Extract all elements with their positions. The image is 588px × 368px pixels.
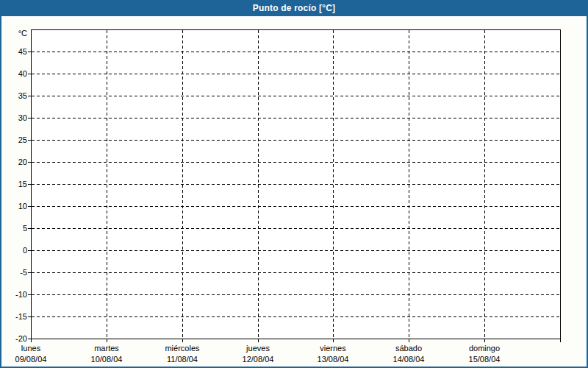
x-gridline <box>107 30 107 338</box>
y-tick-label: 15 <box>1 179 27 189</box>
day-date: 12/08/04 <box>218 354 298 365</box>
y-tick <box>28 140 31 141</box>
day-name: miércoles <box>142 343 223 354</box>
x-tick <box>484 339 485 342</box>
y-tick <box>28 272 31 273</box>
y-tick <box>28 250 31 251</box>
x-day-label: martes10/08/04 <box>66 343 147 365</box>
y-tick <box>28 162 31 163</box>
x-day-label: jueves12/08/04 <box>218 343 298 365</box>
y-axis-unit-label: °C <box>1 28 27 38</box>
y-tick-label: 0 <box>1 245 27 255</box>
x-tick <box>258 339 259 342</box>
x-gridline <box>409 30 409 338</box>
y-gridline <box>32 162 559 163</box>
x-gridline <box>182 30 183 338</box>
y-gridline <box>32 96 559 96</box>
y-tick-label: -15 <box>1 311 27 322</box>
y-tick <box>28 316 31 317</box>
x-tick <box>409 339 409 342</box>
y-tick-label: -5 <box>1 267 27 277</box>
day-name: viernes <box>293 343 373 354</box>
x-day-label: lunes09/08/04 <box>0 343 71 365</box>
x-tick <box>31 339 32 342</box>
x-tick <box>560 339 561 342</box>
y-tick <box>28 74 31 74</box>
x-day-label: miércoles11/08/04 <box>142 343 223 365</box>
y-gridline <box>32 228 559 229</box>
y-tick-label: 5 <box>1 223 27 233</box>
y-tick-label: -10 <box>1 289 27 300</box>
y-gridline <box>32 294 559 295</box>
day-name: sábado <box>368 343 449 354</box>
y-tick <box>28 228 31 229</box>
chart-title: Punto de rocío [°C] <box>253 3 336 13</box>
y-tick <box>28 96 31 96</box>
day-date: 10/08/04 <box>66 354 147 365</box>
y-gridline <box>32 74 559 74</box>
x-gridline <box>333 30 334 338</box>
chart-title-bar: Punto de rocío [°C] <box>0 0 588 16</box>
y-gridline <box>32 52 559 52</box>
y-tick-label: 10 <box>1 201 27 211</box>
y-tick-label: 40 <box>1 68 27 79</box>
y-gridline <box>32 118 559 118</box>
y-tick <box>28 206 31 207</box>
y-tick-label: 25 <box>1 135 27 145</box>
y-gridline <box>32 206 559 207</box>
x-tick <box>182 339 183 342</box>
x-gridline <box>258 30 259 338</box>
y-tick <box>28 118 31 118</box>
dew-point-chart: 454035302520151050-5-10-15-20°Clunes09/0… <box>0 0 588 368</box>
y-gridline <box>32 140 559 141</box>
y-tick-label: 30 <box>1 113 27 123</box>
day-name: lunes <box>0 343 71 354</box>
y-tick-label: 45 <box>1 46 27 57</box>
day-date: 14/08/04 <box>368 354 449 365</box>
y-gridline <box>32 184 559 185</box>
x-tick <box>333 339 334 342</box>
day-name: domingo <box>444 343 525 354</box>
y-tick <box>28 184 31 185</box>
x-gridline <box>484 30 485 338</box>
y-tick <box>28 52 31 52</box>
day-name: martes <box>66 343 147 354</box>
x-day-label: domingo15/08/04 <box>444 343 525 365</box>
y-gridline <box>32 250 559 251</box>
x-tick <box>107 339 107 342</box>
day-date: 09/08/04 <box>0 354 71 365</box>
x-day-label: sábado14/08/04 <box>368 343 449 365</box>
day-name: jueves <box>218 343 298 354</box>
day-date: 15/08/04 <box>444 354 525 365</box>
x-day-label: viernes13/08/04 <box>293 343 373 365</box>
day-date: 11/08/04 <box>142 354 223 365</box>
y-tick-label: 35 <box>1 91 27 101</box>
day-date: 13/08/04 <box>293 354 373 365</box>
y-gridline <box>32 316 559 317</box>
y-tick-label: 20 <box>1 157 27 167</box>
y-tick-label: -20 <box>1 333 27 344</box>
y-tick <box>28 294 31 295</box>
y-gridline <box>32 272 559 273</box>
